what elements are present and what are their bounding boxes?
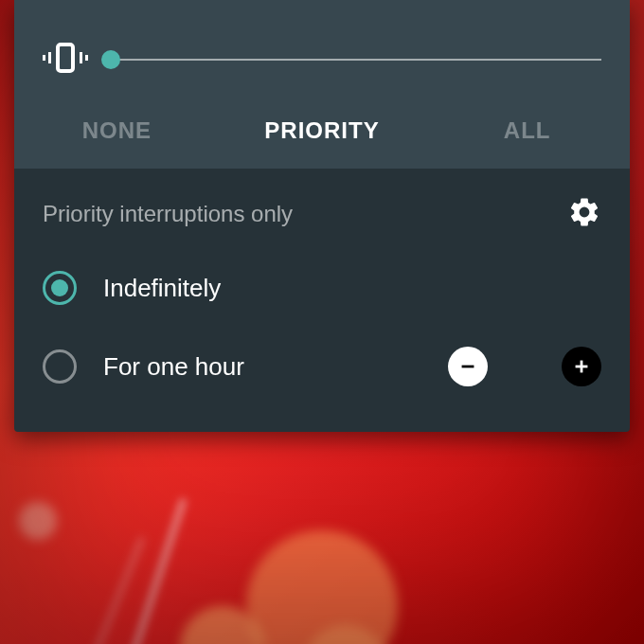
interruption-mode-tabs: NONE PRIORITY ALL [14, 93, 630, 169]
vibrate-icon [43, 35, 88, 84]
svg-rect-0 [58, 45, 73, 71]
svg-rect-7 [576, 366, 588, 368]
priority-section-title: Priority interruptions only [43, 201, 293, 227]
radio-indefinitely[interactable] [43, 271, 77, 305]
svg-rect-5 [462, 366, 474, 368]
mode-all[interactable]: ALL [424, 117, 630, 144]
svg-rect-3 [80, 52, 82, 63]
gear-icon[interactable] [567, 195, 601, 233]
priority-section-header: Priority interruptions only [14, 169, 630, 250]
decrease-duration-button[interactable] [448, 347, 488, 386]
svg-rect-1 [48, 52, 51, 63]
increase-duration-button[interactable] [562, 347, 601, 386]
svg-rect-2 [43, 55, 45, 61]
option-indefinitely[interactable]: Indefinitely [14, 250, 630, 326]
volume-top-section: NONE PRIORITY ALL [14, 0, 630, 169]
mode-none[interactable]: NONE [14, 117, 220, 144]
radio-for-one-hour[interactable] [43, 349, 77, 384]
svg-rect-4 [85, 55, 88, 61]
volume-slider[interactable] [111, 59, 601, 61]
volume-interruptions-panel: NONE PRIORITY ALL Priority interruptions… [14, 0, 630, 432]
volume-slider-thumb[interactable] [101, 50, 120, 69]
mode-priority[interactable]: PRIORITY [220, 117, 425, 144]
volume-slider-row [14, 27, 630, 93]
option-indefinitely-label: Indefinitely [103, 274, 601, 303]
option-for-one-hour-label: For one hour [103, 352, 421, 382]
option-for-one-hour[interactable]: For one hour [14, 326, 630, 407]
minus-icon [457, 356, 478, 377]
plus-icon [571, 356, 592, 377]
